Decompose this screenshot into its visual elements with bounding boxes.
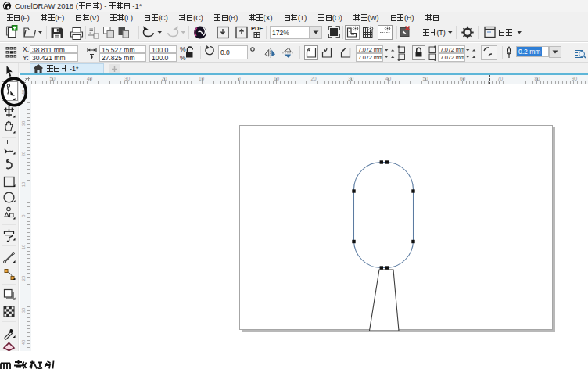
svg-text:PDF: PDF [251, 25, 263, 32]
